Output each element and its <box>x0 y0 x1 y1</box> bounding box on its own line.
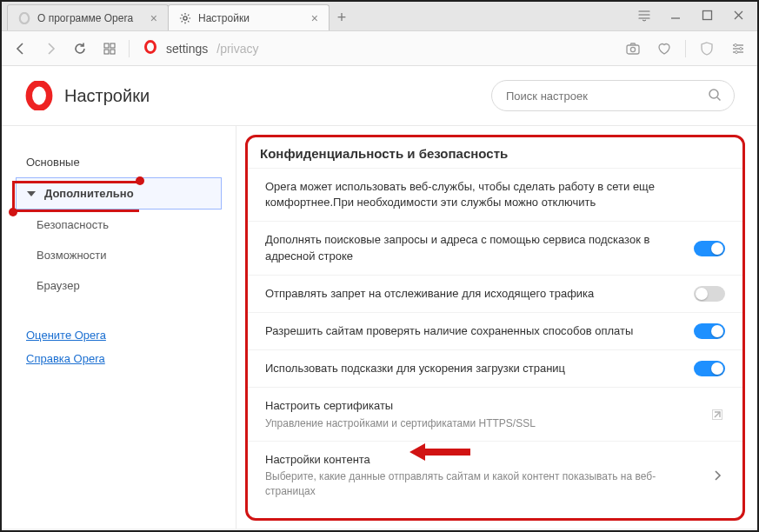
forward-button[interactable] <box>40 38 61 59</box>
reload-button[interactable] <box>70 38 90 59</box>
svg-point-9 <box>630 47 635 51</box>
toggle-payment[interactable] <box>694 323 725 339</box>
sidebar-item-security[interactable]: Безопасность <box>16 209 222 240</box>
separator <box>685 40 686 57</box>
sidebar-item-advanced[interactable]: Дополнительно <box>16 177 222 209</box>
tab-label: Настройки <box>198 12 250 24</box>
external-link-icon <box>709 407 725 422</box>
row-label: Использовать подсказки для ускорения заг… <box>265 361 683 376</box>
chevron-right-icon <box>709 468 725 483</box>
tab-settings[interactable]: Настройки × <box>168 4 330 30</box>
section-title: Конфиденциальность и безопасность <box>248 141 742 168</box>
heart-icon[interactable] <box>654 38 675 59</box>
close-icon[interactable] <box>729 6 747 23</box>
search-input[interactable] <box>504 89 708 103</box>
maximize-icon[interactable] <box>698 6 716 23</box>
window-controls <box>623 0 759 30</box>
easy-setup-icon[interactable] <box>728 38 749 59</box>
row-sublabel: Выберите, какие данные отправлять сайтам… <box>265 469 699 499</box>
svg-point-10 <box>735 43 737 46</box>
svg-point-2 <box>183 16 187 19</box>
minimize-icon[interactable] <box>667 6 684 23</box>
sidebar: Основные Дополнительно Безопасность Возм… <box>2 126 236 529</box>
row-label: Отправлять запрет на отслеживание для ис… <box>265 286 683 302</box>
page-title: Настройки <box>64 86 150 106</box>
sidebar-item-basic[interactable]: Основные <box>16 147 222 177</box>
row-preload[interactable]: Использовать подсказки для ускорения заг… <box>248 349 742 387</box>
svg-rect-5 <box>104 50 109 54</box>
svg-point-13 <box>29 83 49 109</box>
row-label: Разрешить сайтам проверять наличие сохра… <box>265 323 683 339</box>
address-path: settings <box>166 42 208 56</box>
row-payment[interactable]: Разрешить сайтам проверять наличие сохра… <box>248 312 742 349</box>
svg-point-7 <box>146 42 156 53</box>
svg-rect-4 <box>110 43 115 48</box>
tab-about-opera[interactable]: О программе Opera × <box>7 4 169 30</box>
tab-label: О программе Opera <box>37 12 133 24</box>
toggle-dnt[interactable] <box>694 286 725 302</box>
settings-page: Настройки Основные Дополнительно Безопас… <box>2 66 757 529</box>
svg-rect-6 <box>110 50 115 54</box>
search-icon <box>708 88 722 104</box>
toggle-preload[interactable] <box>694 361 725 376</box>
svg-rect-3 <box>104 43 109 48</box>
back-button[interactable] <box>10 38 31 59</box>
svg-point-11 <box>740 47 742 50</box>
snapshot-icon[interactable] <box>623 38 643 59</box>
row-sublabel: Управление настройками и сертификатами H… <box>265 416 699 431</box>
gear-icon <box>179 12 191 24</box>
sidebar-item-label: Дополнительно <box>44 187 134 200</box>
svg-point-12 <box>736 50 738 53</box>
separator <box>129 40 130 57</box>
svg-rect-0 <box>702 10 711 19</box>
speed-dial-button[interactable] <box>99 38 120 59</box>
settings-search[interactable] <box>491 80 735 111</box>
row-dnt[interactable]: Отправлять запрет на отслеживание для ис… <box>248 275 742 312</box>
row-content-settings[interactable]: Настройки контента Выберите, какие данны… <box>248 441 742 509</box>
close-tab-icon[interactable]: × <box>311 12 318 24</box>
address-bar[interactable]: settings/privacy <box>138 40 258 57</box>
new-tab-button[interactable]: + <box>329 4 355 30</box>
sidebar-item-browser[interactable]: Браузер <box>16 270 222 301</box>
row-suggestions[interactable]: Дополнять поисковые запросы и адреса с п… <box>248 221 742 274</box>
menu-icon[interactable] <box>636 6 653 23</box>
opera-badge-icon <box>143 40 157 57</box>
opera-logo <box>24 81 54 110</box>
toolbar: settings/privacy <box>2 31 757 66</box>
address-subpath: /privacy <box>216 42 258 56</box>
opera-icon <box>18 12 30 24</box>
main-panel: Конфиденциальность и безопасность Opera … <box>236 126 757 529</box>
privacy-section: Конфиденциальность и безопасность Opera … <box>245 135 745 521</box>
row-label: Дополнять поисковые запросы и адреса с п… <box>265 232 683 263</box>
shield-icon[interactable] <box>696 38 717 59</box>
rate-opera-link[interactable]: Оцените Opera <box>16 323 222 347</box>
content: Основные Дополнительно Безопасность Возм… <box>2 126 757 529</box>
svg-point-14 <box>709 90 718 98</box>
close-tab-icon[interactable]: × <box>150 12 157 24</box>
page-header: Настройки <box>2 66 757 126</box>
section-intro: Opera может использовать веб-службы, что… <box>265 179 725 210</box>
row-label: Настройки контента <box>265 452 699 468</box>
row-label: Настроить сертификаты <box>265 398 699 414</box>
section-intro-row: Opera может использовать веб-службы, что… <box>248 168 742 221</box>
svg-point-1 <box>20 12 30 23</box>
svg-rect-8 <box>627 45 639 54</box>
row-certificates[interactable]: Настроить сертификаты Управление настрой… <box>248 387 742 441</box>
toggle-suggestions[interactable] <box>694 241 725 256</box>
sidebar-item-features[interactable]: Возможности <box>16 240 222 270</box>
help-opera-link[interactable]: Справка Opera <box>16 347 222 370</box>
